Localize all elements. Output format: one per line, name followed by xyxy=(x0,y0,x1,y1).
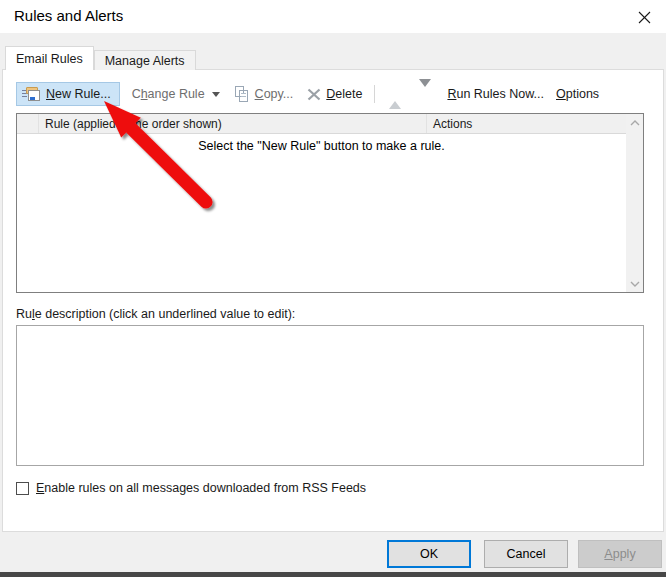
ok-button[interactable]: OK xyxy=(387,540,471,568)
window-title: Rules and Alerts xyxy=(14,7,123,24)
chevron-down-icon xyxy=(212,92,220,97)
window-bottom-edge xyxy=(0,572,666,577)
delete-x-icon xyxy=(307,88,321,101)
rss-checkbox[interactable] xyxy=(16,482,29,495)
scroll-down-button[interactable] xyxy=(626,275,643,292)
toolbar-separator xyxy=(374,85,375,103)
triangle-up-icon xyxy=(389,87,401,109)
rss-checkbox-row: Enable rules on all messages downloaded … xyxy=(16,481,366,495)
title-bar: Rules and Alerts xyxy=(0,0,666,33)
column-header-rule: Rule (applied in the order shown) xyxy=(39,114,427,133)
rss-checkbox-label: Enable rules on all messages downloaded … xyxy=(36,481,366,495)
rule-description-box[interactable] xyxy=(16,325,644,466)
close-icon xyxy=(637,10,652,25)
scroll-up-button[interactable] xyxy=(626,114,643,131)
change-rule-button[interactable]: Change Rule xyxy=(132,87,220,101)
rule-description-label: Rule description (click an underlined va… xyxy=(16,307,295,321)
new-rule-icon xyxy=(22,86,41,102)
copy-icon xyxy=(234,86,250,102)
run-rules-now-label: Run Rules Now... xyxy=(447,87,544,101)
chevron-down-icon xyxy=(630,281,640,287)
tab-label: Email Rules xyxy=(16,52,83,66)
tab-label: Manage Alerts xyxy=(105,54,185,68)
close-button[interactable] xyxy=(635,8,653,26)
options-button[interactable]: Options xyxy=(556,87,599,101)
rules-list[interactable]: Rule (applied in the order shown) Action… xyxy=(16,113,644,293)
delete-label: Delete xyxy=(326,87,362,101)
rules-toolbar: New Rule... Change Rule Copy... Delete xyxy=(16,81,653,107)
copy-button[interactable]: Copy... xyxy=(234,86,294,102)
empty-rules-message: Select the "New Rule" button to make a r… xyxy=(17,139,626,153)
copy-label: Copy... xyxy=(255,87,294,101)
rules-and-alerts-dialog: { "window": { "title": "Rules and Alerts… xyxy=(0,0,666,577)
email-rules-page: New Rule... Change Rule Copy... Delete xyxy=(2,69,664,532)
new-rule-button[interactable]: New Rule... xyxy=(16,82,120,106)
options-label: Options xyxy=(556,87,599,101)
delete-button[interactable]: Delete xyxy=(307,87,362,101)
cancel-button[interactable]: Cancel xyxy=(484,540,568,568)
vertical-scrollbar[interactable] xyxy=(626,114,643,292)
triangle-down-icon xyxy=(419,79,431,101)
tab-manage-alerts[interactable]: Manage Alerts xyxy=(94,50,196,70)
column-header-actions: Actions xyxy=(427,114,626,133)
move-rule-down-button[interactable] xyxy=(417,85,433,103)
apply-button[interactable]: Apply xyxy=(578,540,662,568)
column-header-blank xyxy=(17,114,39,133)
rules-list-header: Rule (applied in the order shown) Action… xyxy=(17,114,626,134)
chevron-up-icon xyxy=(630,120,640,126)
move-rule-up-button[interactable] xyxy=(387,85,403,103)
tab-strip: Email Rules Manage Alerts xyxy=(5,46,196,70)
run-rules-now-button[interactable]: Run Rules Now... xyxy=(447,87,544,101)
change-rule-label: Change Rule xyxy=(132,87,205,101)
tab-email-rules[interactable]: Email Rules xyxy=(5,46,94,70)
new-rule-label: New Rule... xyxy=(46,87,111,101)
